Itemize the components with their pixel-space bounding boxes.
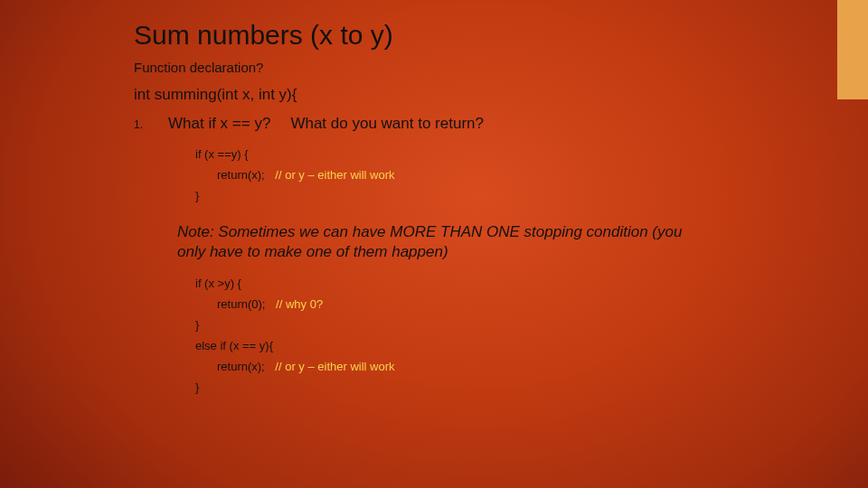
code-line: return(x); // or y – either will work [217,168,803,182]
code-comment: // or y – either will work [275,168,394,182]
question-condition: What if x == y? [168,115,270,133]
code-close-brace: } [195,189,803,202]
slide-content: Sum numbers (x to y) Function declaratio… [134,20,803,401]
note-text: Note: Sometimes we can have MORE THAN ON… [177,222,684,262]
code-return: return(0); [217,297,265,311]
code-return: return(x); [217,360,265,373]
code-block-1: if (x ==y) { return(x); // or y – either… [195,147,803,202]
code-close-brace: } [195,318,803,332]
code-line: return(x); // or y – either will work [217,360,803,373]
code-line: return(0); // why 0? [217,297,803,311]
slide-title: Sum numbers (x to y) [134,20,803,51]
function-declaration: int summing(int x, int y){ [134,86,803,104]
question-return: What do you want to return? [290,115,484,133]
code-comment: // why 0? [276,297,323,311]
code-close-brace: } [195,380,803,394]
code-line: if (x ==y) { [195,147,803,161]
code-block-2: if (x >y) { return(0); // why 0? } else … [195,277,803,394]
code-line: else if (x == y){ [195,339,803,352]
code-comment: // or y – either will work [275,360,394,373]
code-line: if (x >y) { [195,277,803,290]
accent-tab [837,0,868,99]
code-return: return(x); [217,168,265,182]
slide: Sum numbers (x to y) Function declaratio… [0,0,868,488]
subtitle: Function declaration? [134,60,803,75]
question-line: 1. What if x == y? What do you want to r… [134,115,803,133]
list-number: 1. [134,118,148,131]
